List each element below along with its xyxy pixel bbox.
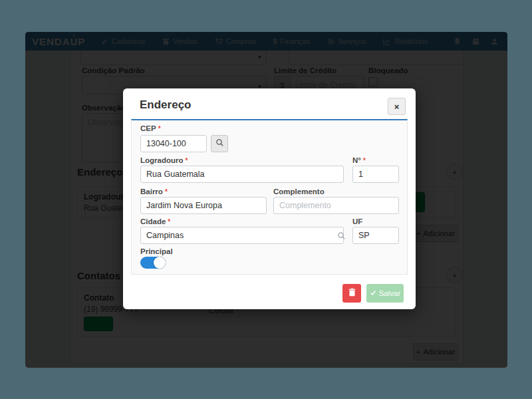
required-marker: * <box>363 157 366 164</box>
bairro-input[interactable] <box>140 197 267 214</box>
uf-label: UF <box>352 217 362 225</box>
cep-label: CEP* <box>140 124 161 132</box>
toggle-knob <box>154 257 166 269</box>
modal-title: Endereço <box>140 98 191 112</box>
required-marker: * <box>158 125 161 132</box>
trash-icon <box>348 288 356 299</box>
modal-footer: Salvar <box>342 284 404 303</box>
principal-toggle[interactable] <box>140 257 166 269</box>
cep-input[interactable] <box>140 135 207 152</box>
uf-input[interactable] <box>352 227 399 244</box>
numero-input[interactable] <box>352 166 399 183</box>
complemento-label: Complemento <box>273 188 325 196</box>
search-icon <box>215 138 224 150</box>
required-marker: * <box>168 218 170 225</box>
modal-body-panel: CEP* Logradouro* N°* Bairro* Complemento… <box>131 119 408 275</box>
close-icon: × <box>394 102 400 112</box>
check-icon <box>370 289 376 297</box>
logradouro-input[interactable] <box>140 166 344 183</box>
logradouro-label: Logradouro* <box>140 156 188 164</box>
complemento-input[interactable] <box>273 197 399 214</box>
cidade-input[interactable] <box>140 227 344 244</box>
cep-search-button[interactable] <box>211 135 228 152</box>
bairro-label: Bairro* <box>140 188 168 196</box>
endereco-modal: Endereço × CEP* Logradouro* N°* Bairro* … <box>123 88 416 309</box>
close-button[interactable]: × <box>388 98 406 115</box>
save-button-label: Salvar <box>379 289 401 297</box>
cidade-label: Cidade* <box>140 217 170 225</box>
principal-label: Principal <box>140 247 173 255</box>
cidade-search-icon[interactable] <box>337 231 346 243</box>
required-marker: * <box>165 188 168 196</box>
delete-button[interactable] <box>342 284 361 303</box>
save-button[interactable]: Salvar <box>366 284 404 303</box>
required-marker: * <box>186 157 188 164</box>
numero-label: N°* <box>352 156 366 164</box>
